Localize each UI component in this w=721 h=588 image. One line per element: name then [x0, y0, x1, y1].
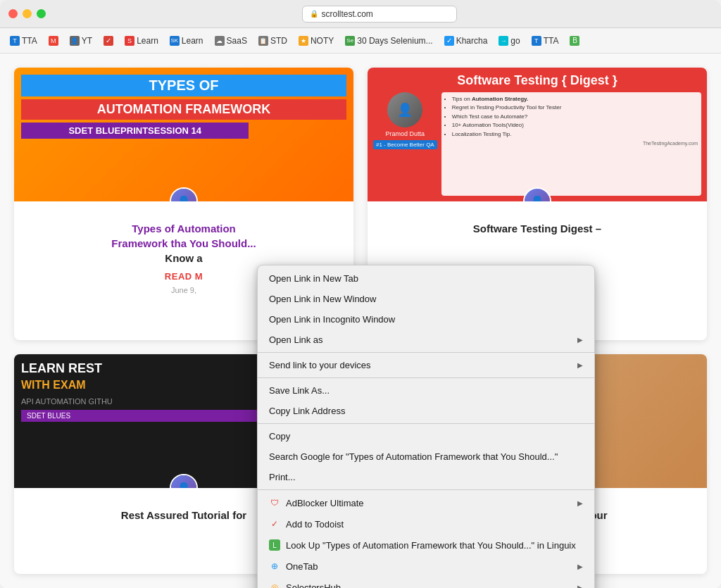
learn1-icon: S	[125, 36, 134, 46]
bookmark-gmail[interactable]: M	[44, 34, 63, 48]
digest-person-name: Pramod Dutta	[386, 130, 425, 137]
bookmark-b[interactable]: B	[565, 34, 584, 48]
send-link-arrow: ▶	[577, 361, 583, 369]
menu-open-new-tab-label: Open Link in New Tab	[269, 273, 358, 284]
bookmark-std[interactable]: 📋 STD	[254, 34, 291, 48]
main-content: TYPES OF AUTOMATION FRAMEWORK SDET BLUEP…	[0, 54, 721, 588]
bookmark-go-label: go	[510, 36, 520, 46]
adblocker-icon: 🛡	[269, 497, 280, 508]
menu-open-new-window[interactable]: Open Link in New Window	[258, 289, 594, 309]
bookmarks-bar: T TTA M 👤 YT ✓ S Learn SK Learn ☁ SaaS 📋…	[0, 28, 721, 54]
adblocker-arrow: ▶	[577, 499, 583, 507]
card1-image: TYPES OF AUTOMATION FRAMEWORK SDET BLUEP…	[14, 68, 353, 201]
digest-site: TheTestingAcademy.com	[445, 141, 698, 146]
separator-3	[258, 423, 594, 424]
onetab-arrow: ▶	[577, 563, 583, 570]
std-icon: 📋	[258, 36, 268, 46]
linguix-icon: L	[269, 539, 280, 551]
menu-copy-link[interactable]: Copy Link Address	[258, 401, 594, 421]
menu-copy[interactable]: Copy	[258, 426, 594, 446]
card2-image: Software Testing { Digest } 👤 Pramod Dut…	[368, 68, 707, 201]
menu-save-link-label: Save Link As...	[269, 385, 330, 396]
menu-todoist[interactable]: ✓ Add to Todoist	[258, 513, 594, 534]
menu-adblocker[interactable]: 🛡 AdBlocker Ultimate ▶	[258, 492, 594, 513]
url-text: scrolltest.com	[322, 9, 373, 19]
menu-onetab-label: OneTab	[286, 561, 318, 572]
adblocker-content: 🛡 AdBlocker Ultimate	[269, 497, 364, 508]
separator-2	[258, 377, 594, 378]
digest-badge: #1 - Become Better QA	[373, 140, 437, 149]
menu-search-google[interactable]: Search Google for "Types of Automation F…	[258, 446, 594, 467]
digest-content: 👤 Pramod Dutta #1 - Become Better QA Tip…	[373, 92, 701, 196]
menu-open-incognito-label: Open Link in Incognito Window	[269, 314, 395, 325]
menu-selectorshub-label: SelectorsHub	[286, 582, 341, 589]
bookmark-sk-label: Learn	[182, 36, 203, 46]
separator-1	[258, 352, 594, 353]
digest-left: 👤 Pramod Dutta #1 - Become Better QA	[373, 92, 437, 196]
menu-send-link[interactable]: Send link to your devices ▶	[258, 355, 594, 375]
menu-todoist-label: Add to Todoist	[286, 519, 344, 530]
menu-selectorshub[interactable]: ◎ SelectorsHub ▶	[258, 577, 594, 588]
bookmark-saas-label: SaaS	[227, 36, 247, 46]
bookmark-learn1[interactable]: S Learn	[120, 34, 163, 48]
selectorshub-icon: ◎	[269, 582, 280, 588]
bookmark-learn1-label: Learn	[137, 36, 158, 46]
b-icon: B	[570, 36, 579, 46]
menu-save-link[interactable]: Save Link As...	[258, 380, 594, 401]
bullet-2: Regret in Testing Productivity Tool for …	[452, 104, 698, 111]
menu-open-link-as[interactable]: Open Link as ▶	[258, 330, 594, 350]
close-button[interactable]	[8, 9, 18, 18]
maximize-button[interactable]	[37, 9, 46, 18]
sk-icon: SK	[170, 36, 180, 46]
kharcha-icon: ✓	[444, 36, 454, 46]
card2-title: Software Testing Digest –	[377, 221, 697, 236]
digest-bullets: Tips on Automation Strategy. Regret in T…	[441, 92, 701, 196]
bookmark-selenium[interactable]: Se 30 Days Selenium...	[341, 34, 437, 48]
separator-4	[258, 489, 594, 490]
title-bar: 🔒 scrolltest.com	[0, 0, 721, 28]
menu-open-new-tab[interactable]: Open Link in New Tab	[258, 268, 594, 289]
card3-avatar-img: 👤	[171, 475, 196, 488]
bookmark-kharcha[interactable]: ✓ Kharcha	[440, 34, 492, 48]
bookmark-tta1[interactable]: T TTA	[6, 34, 42, 48]
bookmark-saas[interactable]: ☁ SaaS	[211, 34, 251, 48]
bullet-3: Which Test case to Automate?	[452, 113, 698, 120]
saas-icon: ☁	[215, 36, 225, 46]
menu-search-google-label: Search Google for "Types of Automation F…	[269, 451, 558, 462]
bookmark-noty[interactable]: ★ NOTY	[294, 34, 338, 48]
bookmark-todoist-red[interactable]: ✓	[99, 34, 118, 48]
card1-avatar-img: 👤	[171, 189, 196, 201]
tta1-icon: T	[10, 36, 20, 46]
bookmark-yt-label: YT	[82, 36, 92, 46]
menu-print-label: Print...	[269, 472, 296, 482]
url-box[interactable]: 🔒 scrolltest.com	[302, 6, 457, 23]
menu-open-incognito[interactable]: Open Link in Incognito Window	[258, 309, 594, 330]
menu-send-link-label: Send link to your devices	[269, 360, 371, 370]
automation-framework-label: AUTOMATION FRAMEWORK	[21, 99, 346, 120]
linguix-content: L Look Up "Types of Automation Framework…	[269, 539, 576, 551]
menu-copy-link-label: Copy Link Address	[269, 406, 345, 416]
menu-onetab[interactable]: ⊕ OneTab ▶	[258, 556, 594, 577]
card2-bg: Software Testing { Digest } 👤 Pramod Dut…	[368, 68, 707, 201]
bookmark-tta2[interactable]: T TTA	[527, 34, 563, 48]
menu-open-link-as-label: Open Link as	[269, 334, 323, 345]
onetab-icon: ⊕	[269, 561, 280, 572]
menu-adblocker-label: AdBlocker Ultimate	[286, 498, 364, 508]
todoist-content: ✓ Add to Todoist	[269, 518, 344, 530]
card1-title: Types of Automation Framework tha You Sh…	[24, 221, 344, 265]
bookmark-person[interactable]: 👤 YT	[65, 34, 96, 48]
menu-print[interactable]: Print...	[258, 467, 594, 487]
menu-linguix[interactable]: L Look Up "Types of Automation Framework…	[258, 534, 594, 556]
types-of-label: TYPES OF	[21, 75, 346, 96]
minimize-button[interactable]	[23, 9, 32, 18]
gmail-icon: M	[49, 36, 58, 46]
onetab-content: ⊕ OneTab	[269, 561, 318, 572]
menu-open-new-window-label: Open Link in New Window	[269, 294, 376, 304]
browser-window: 🔒 scrolltest.com T TTA M 👤 YT ✓ S Learn …	[0, 0, 721, 588]
card2-avatar-img: 👤	[525, 189, 550, 201]
bookmark-sk-learn[interactable]: SK Learn	[165, 34, 208, 48]
bookmark-go[interactable]: → go	[494, 34, 524, 48]
digest-title: Software Testing { Digest }	[373, 73, 701, 88]
bookmark-tta2-label: TTA	[544, 36, 559, 46]
todoist-red-icon: ✓	[104, 36, 113, 46]
